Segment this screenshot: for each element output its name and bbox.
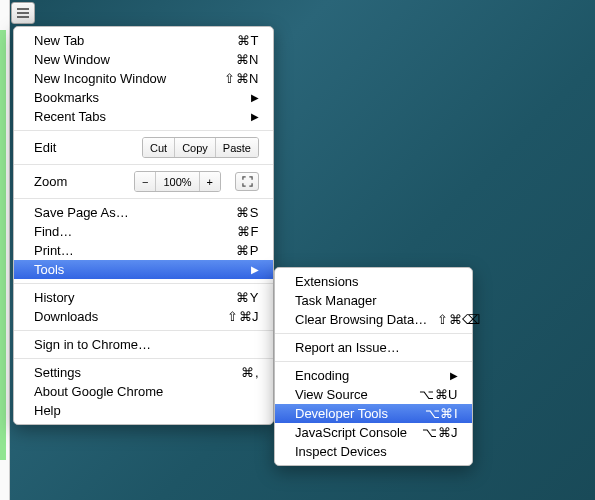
- menu-separator: [14, 330, 273, 331]
- main-item-bookmarks[interactable]: Bookmarks▶: [14, 88, 273, 107]
- menu-item-label: New Incognito Window: [34, 71, 214, 86]
- menu-item-shortcut: ⇧⌘N: [224, 71, 259, 86]
- menu-item-label: About Google Chrome: [34, 384, 259, 399]
- paste-button[interactable]: Paste: [216, 138, 258, 157]
- main-item-signin[interactable]: Sign in to Chrome…: [14, 335, 273, 354]
- menu-item-shortcut: ⌘S: [236, 205, 259, 220]
- fullscreen-icon: [242, 176, 253, 187]
- tools-item-inspect-devices[interactable]: Inspect Devices: [275, 442, 472, 461]
- menu-item-label: Task Manager: [295, 293, 458, 308]
- menu-separator: [14, 283, 273, 284]
- menu-item-label: Downloads: [34, 309, 217, 324]
- main-item-print[interactable]: Print…⌘P: [14, 241, 273, 260]
- menu-item-shortcut: ⇧⌘⌫: [437, 312, 481, 327]
- edit-button-group: CutCopyPaste: [142, 137, 259, 158]
- menu-separator: [14, 358, 273, 359]
- main-item-save-page[interactable]: Save Page As…⌘S: [14, 203, 273, 222]
- menu-item-shortcut: ⌘N: [236, 52, 259, 67]
- chevron-right-icon: ▶: [450, 370, 458, 381]
- menu-separator: [14, 164, 273, 165]
- main-menu: New Tab⌘TNew Window⌘NNew Incognito Windo…: [13, 26, 274, 425]
- main-item-history[interactable]: History⌘Y: [14, 288, 273, 307]
- tools-item-report-issue[interactable]: Report an Issue…: [275, 338, 472, 357]
- menu-item-label: Settings: [34, 365, 231, 380]
- menu-item-label: Clear Browsing Data…: [295, 312, 427, 327]
- tools-item-extensions[interactable]: Extensions: [275, 272, 472, 291]
- tools-item-encoding[interactable]: Encoding▶: [275, 366, 472, 385]
- menu-item-shortcut: ⌥⌘U: [419, 387, 458, 402]
- zoom-out-button[interactable]: −: [135, 172, 156, 191]
- zoom-row: Zoom−100%+: [14, 169, 273, 194]
- main-item-tools[interactable]: Tools▶: [14, 260, 273, 279]
- menu-separator: [14, 198, 273, 199]
- chevron-right-icon: ▶: [251, 111, 259, 122]
- main-item-find[interactable]: Find…⌘F: [14, 222, 273, 241]
- menu-item-label: Recent Tabs: [34, 109, 243, 124]
- zoom-button-group: −100%+: [134, 171, 221, 192]
- browser-accent-strip: [0, 30, 6, 460]
- menu-item-label: Inspect Devices: [295, 444, 458, 459]
- menu-item-shortcut: ⌘Y: [236, 290, 259, 305]
- zoom-value: 100%: [156, 172, 199, 191]
- cut-button[interactable]: Cut: [143, 138, 175, 157]
- tools-item-dev-tools[interactable]: Developer Tools⌥⌘I: [275, 404, 472, 423]
- menu-separator: [275, 333, 472, 334]
- main-item-new-tab[interactable]: New Tab⌘T: [14, 31, 273, 50]
- tools-item-view-source[interactable]: View Source⌥⌘U: [275, 385, 472, 404]
- menu-item-label: Report an Issue…: [295, 340, 458, 355]
- main-item-about[interactable]: About Google Chrome: [14, 382, 273, 401]
- fullscreen-button[interactable]: [235, 172, 259, 191]
- menu-item-label: Tools: [34, 262, 243, 277]
- edit-label: Edit: [34, 140, 138, 155]
- main-item-new-window[interactable]: New Window⌘N: [14, 50, 273, 69]
- menu-item-shortcut: ⌥⌘J: [422, 425, 458, 440]
- menu-item-shortcut: ⇧⌘J: [227, 309, 259, 324]
- menu-item-shortcut: ⌘,: [241, 365, 259, 380]
- menu-separator: [14, 130, 273, 131]
- menu-item-label: JavaScript Console: [295, 425, 412, 440]
- zoom-label: Zoom: [34, 174, 130, 189]
- zoom-in-button[interactable]: +: [200, 172, 220, 191]
- menu-item-label: Sign in to Chrome…: [34, 337, 259, 352]
- copy-button[interactable]: Copy: [175, 138, 216, 157]
- main-item-new-incognito[interactable]: New Incognito Window⇧⌘N: [14, 69, 273, 88]
- menu-item-label: Print…: [34, 243, 226, 258]
- main-item-settings[interactable]: Settings⌘,: [14, 363, 273, 382]
- tools-item-task-manager[interactable]: Task Manager: [275, 291, 472, 310]
- menu-item-label: Save Page As…: [34, 205, 226, 220]
- menu-item-shortcut: ⌘T: [237, 33, 259, 48]
- menu-item-shortcut: ⌘F: [237, 224, 259, 239]
- main-item-help[interactable]: Help: [14, 401, 273, 420]
- main-item-recent-tabs[interactable]: Recent Tabs▶: [14, 107, 273, 126]
- hamburger-menu-button[interactable]: [11, 2, 35, 24]
- menu-item-label: Help: [34, 403, 259, 418]
- menu-item-label: New Tab: [34, 33, 227, 48]
- menu-item-label: View Source: [295, 387, 409, 402]
- chevron-right-icon: ▶: [251, 92, 259, 103]
- menu-item-label: New Window: [34, 52, 226, 67]
- edit-row: EditCutCopyPaste: [14, 135, 273, 160]
- tools-item-js-console[interactable]: JavaScript Console⌥⌘J: [275, 423, 472, 442]
- menu-item-shortcut: ⌥⌘I: [425, 406, 458, 421]
- menu-item-label: Developer Tools: [295, 406, 415, 421]
- tools-item-clear-browsing[interactable]: Clear Browsing Data…⇧⌘⌫: [275, 310, 472, 329]
- hamburger-icon: [17, 8, 29, 10]
- menu-item-label: Encoding: [295, 368, 442, 383]
- tools-submenu: ExtensionsTask ManagerClear Browsing Dat…: [274, 267, 473, 466]
- menu-item-shortcut: ⌘P: [236, 243, 259, 258]
- menu-separator: [275, 361, 472, 362]
- menu-item-label: Find…: [34, 224, 227, 239]
- menu-item-label: History: [34, 290, 226, 305]
- menu-item-label: Bookmarks: [34, 90, 243, 105]
- chevron-right-icon: ▶: [251, 264, 259, 275]
- main-item-downloads[interactable]: Downloads⇧⌘J: [14, 307, 273, 326]
- menu-item-label: Extensions: [295, 274, 458, 289]
